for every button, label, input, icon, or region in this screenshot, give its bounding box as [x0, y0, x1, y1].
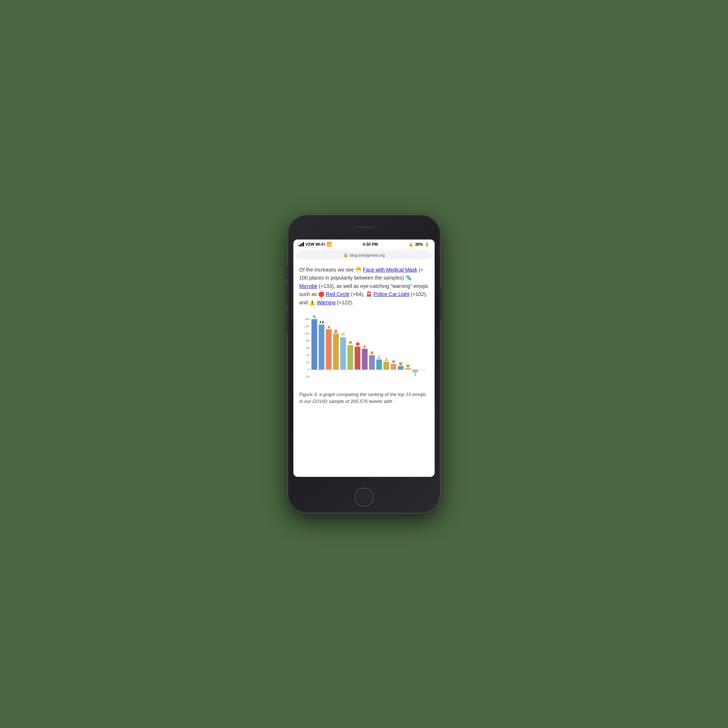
svg-text:😭: 😭: [399, 361, 403, 366]
svg-text:🚨: 🚨: [334, 329, 338, 333]
svg-text:😷: 😷: [341, 332, 346, 337]
battery-percent: 38%: [415, 242, 423, 246]
bar-3: [326, 329, 332, 370]
bar-15: [412, 369, 418, 372]
status-bar: VZW Wi-Fi 📶 4:30 PM 🔒 38% 🔋: [294, 240, 434, 249]
svg-text:🤒: 🤒: [348, 340, 353, 345]
bar-7: [355, 347, 360, 369]
svg-text:😮: 😮: [370, 350, 374, 355]
bar-11: [383, 362, 389, 370]
bar-10: [376, 359, 382, 370]
status-time: 4:30 PM: [362, 242, 378, 246]
carrier-label: VZW Wi-Fi: [305, 242, 325, 246]
bar-1: [312, 319, 317, 369]
microbe-link[interactable]: Microbe: [299, 283, 317, 289]
svg-text:🧴: 🧴: [413, 372, 418, 376]
svg-text:🔒: 🔒: [362, 344, 367, 348]
url-bar[interactable]: 🔒 blog.emojipedia.org: [296, 251, 432, 259]
volume-down-button: [286, 311, 288, 333]
svg-text:40: 40: [306, 353, 309, 357]
bar-12: [391, 364, 396, 370]
url-text: blog.emojipedia.org: [350, 253, 385, 257]
volume-up-button: [286, 284, 288, 306]
svg-text:120: 120: [304, 325, 309, 328]
svg-text:🙏: 🙏: [377, 355, 381, 359]
svg-text:⚠️: ⚠️: [327, 325, 331, 329]
svg-text:100: 100: [304, 332, 309, 335]
warning-link[interactable]: Warning: [317, 300, 336, 305]
wifi-icon: 📶: [327, 242, 332, 247]
bar-8: [362, 349, 368, 369]
volume-mute-button: [286, 266, 288, 279]
lock-url-icon: 🔒: [343, 252, 348, 257]
figure-caption: Figure 3: a graph comparing the ranking …: [299, 391, 429, 405]
face-with-medical-mask-link[interactable]: Face with Medical Mask: [363, 267, 417, 273]
svg-text:80: 80: [306, 339, 309, 342]
bar-14: [405, 368, 411, 369]
signal-icon: [298, 242, 304, 246]
camera: [362, 221, 366, 225]
bar-9: [369, 355, 375, 370]
status-left: VZW Wi-Fi 📶: [298, 242, 332, 247]
lock-icon: 🔒: [408, 242, 413, 247]
bar-13: [398, 366, 404, 369]
phone-top-detail: [353, 221, 375, 228]
police-car-light-link[interactable]: Police Car Light: [373, 291, 410, 297]
battery-icon: 🔋: [424, 242, 430, 247]
svg-text:🙏: 🙏: [384, 357, 389, 361]
speaker: [353, 226, 375, 228]
chart-area: 140 120 100 80 60 40 20 0 -20: [299, 315, 429, 387]
svg-text:140: 140: [304, 317, 309, 321]
svg-text:🐝: 🐝: [392, 359, 396, 364]
svg-text:😂: 😂: [406, 363, 410, 368]
red-circle-link[interactable]: Red Circle: [326, 291, 349, 297]
svg-text:20: 20: [306, 361, 309, 364]
bar-6: [348, 345, 353, 369]
svg-text:-20: -20: [305, 375, 309, 378]
bar-4: [333, 333, 339, 369]
bar-chart: 140 120 100 80 60 40 20 0 -20: [299, 312, 429, 413]
phone-screen: VZW Wi-Fi 📶 4:30 PM 🔒 38% 🔋 🔒 blog.emoji…: [294, 240, 434, 477]
svg-text:0: 0: [307, 368, 309, 371]
main-paragraph: Of the increases we see 😷 Face with Medi…: [299, 266, 429, 306]
phone-frame: VZW Wi-Fi 📶 4:30 PM 🔒 38% 🔋 🔒 blog.emoji…: [288, 215, 440, 513]
power-button: [440, 288, 442, 320]
svg-text:60: 60: [306, 346, 309, 349]
home-button[interactable]: [355, 488, 373, 507]
page-content: Of the increases we see 😷 Face with Medi…: [294, 261, 434, 477]
bar-5: [340, 337, 346, 369]
svg-text:🔴: 🔴: [356, 342, 360, 346]
status-right: 🔒 38% 🔋: [408, 242, 430, 247]
svg-text:🇮🇹: 🇮🇹: [320, 320, 324, 324]
bar-2: [318, 325, 324, 370]
svg-text:🦠: 🦠: [312, 315, 317, 319]
chart-svg: 140 120 100 80 60 40 20 0 -20: [299, 315, 429, 387]
